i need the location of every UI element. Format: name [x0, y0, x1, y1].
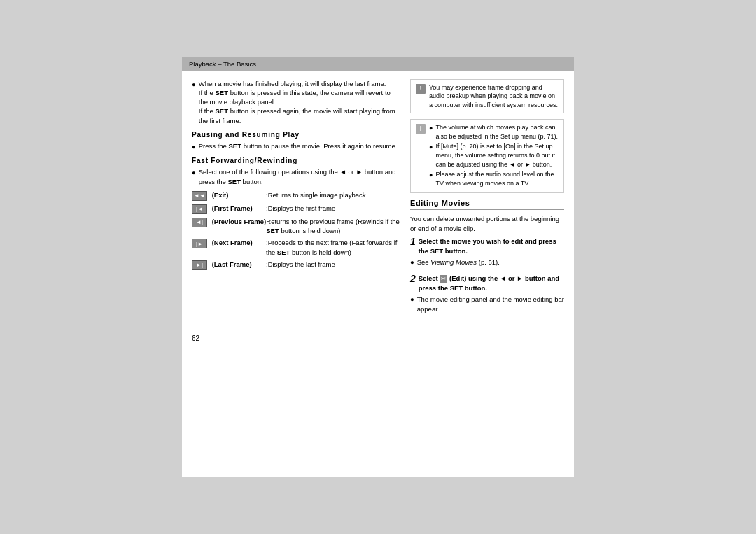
table-row-first: |◄ (First Frame) :Displays the first fra…	[192, 204, 400, 214]
next-frame-icon: |►	[192, 239, 207, 248]
last-frame-icon: ►|	[192, 260, 207, 270]
step-2: 2 Select ✂ (Edit) using the ◄ or ► butto…	[410, 274, 564, 315]
last-frame-desc: :Displays the last frame	[266, 260, 400, 269]
prev-frame-label: (Previous Frame)	[210, 217, 266, 226]
last-frame-label: (Last Frame)	[210, 260, 266, 269]
table-row-prev: ◄| (Previous Frame) Returns to the previ…	[192, 217, 400, 236]
note-bullet-2: ● If [Mute] (p. 70) is set to [On] in th…	[429, 142, 559, 169]
intro-bullet-text: When a movie has finished playing, it wi…	[199, 79, 400, 125]
note-box: i ● The volume at which movies play back…	[410, 119, 564, 193]
table-row-next: |► (Next Frame) :Proceeds to the next fr…	[192, 238, 400, 257]
table-row-exit: ◄◄ (Exit) :Returns to single image playb…	[192, 190, 400, 201]
header-bar: Playback – The Basics	[182, 57, 574, 71]
page-number: 62	[182, 330, 574, 346]
next-frame-label: (Next Frame)	[210, 238, 266, 247]
step-2-sub: ● The movie editing panel and the movie …	[410, 295, 564, 315]
info-box-text: You may experience frame dropping and au…	[429, 83, 559, 110]
section-pausing-heading: Pausing and Resuming Play	[192, 131, 400, 139]
bullet-dot-pausing: ●	[192, 142, 196, 151]
exit-desc: :Returns to single image playback	[266, 190, 400, 199]
exit-icon: ◄◄	[192, 191, 207, 201]
fast-text: Select one of the following operations u…	[199, 167, 400, 186]
first-frame-desc: :Displays the first frame	[266, 204, 400, 213]
header-title: Playback – The Basics	[189, 60, 256, 68]
note-bullet-1: ● The volume at which movies play back c…	[429, 123, 559, 141]
editing-movies-title: Editing Movies	[410, 199, 564, 210]
first-frame-label: (First Frame)	[210, 204, 266, 213]
exit-label: (Exit)	[210, 190, 266, 199]
fast-bullet: ● Select one of the following operations…	[192, 167, 400, 186]
page: Playback – The Basics ● When a movie has…	[182, 57, 574, 477]
editing-intro: You can delete unwanted portions at the …	[410, 214, 564, 234]
controls-table: ◄◄ (Exit) :Returns to single image playb…	[192, 190, 400, 270]
table-row-last: ►| (Last Frame) :Displays the last frame	[192, 260, 400, 270]
intro-bullet: ● When a movie has finished playing, it …	[192, 79, 400, 125]
step-2-number: 2	[410, 274, 416, 284]
section-fast-heading: Fast Forwarding/Rewinding	[192, 157, 400, 164]
pausing-text: Press the SET button to pause the movie.…	[199, 141, 398, 150]
step-1-text: Select the movie you wish to edit and pr…	[419, 237, 556, 255]
editing-movies-section: Editing Movies You can delete unwanted p…	[410, 199, 564, 314]
step-1-number: 1	[410, 237, 416, 247]
note-bullet-3: ● Please adjust the audio sound level on…	[429, 170, 559, 188]
info-box: ! You may experience frame dropping and …	[410, 79, 564, 114]
bullet-dot-fast: ●	[192, 168, 196, 177]
step-1-sub: ● See Viewing Movies (p. 61).	[410, 258, 564, 267]
bullet-dot: ●	[192, 80, 196, 89]
info-icon: !	[416, 84, 426, 94]
prev-frame-icon: ◄|	[192, 218, 207, 227]
left-column: ● When a movie has finished playing, it …	[192, 79, 400, 321]
next-frame-desc: :Proceeds to the next frame (Fast forwar…	[266, 238, 400, 257]
note-content: ● The volume at which movies play back c…	[429, 123, 559, 189]
first-frame-icon: |◄	[192, 204, 207, 214]
step-2-text: Select ✂ (Edit) using the ◄ or ► button …	[419, 274, 559, 292]
pausing-bullet: ● Press the SET button to pause the movi…	[192, 141, 400, 151]
page-content: ● When a movie has finished playing, it …	[182, 71, 574, 330]
step-1: 1 Select the movie you wish to edit and …	[410, 237, 564, 268]
right-column: ! You may experience frame dropping and …	[410, 79, 564, 321]
note-icon: i	[416, 124, 426, 134]
prev-frame-desc: Returns to the previous frame (Rewinds i…	[266, 217, 400, 236]
